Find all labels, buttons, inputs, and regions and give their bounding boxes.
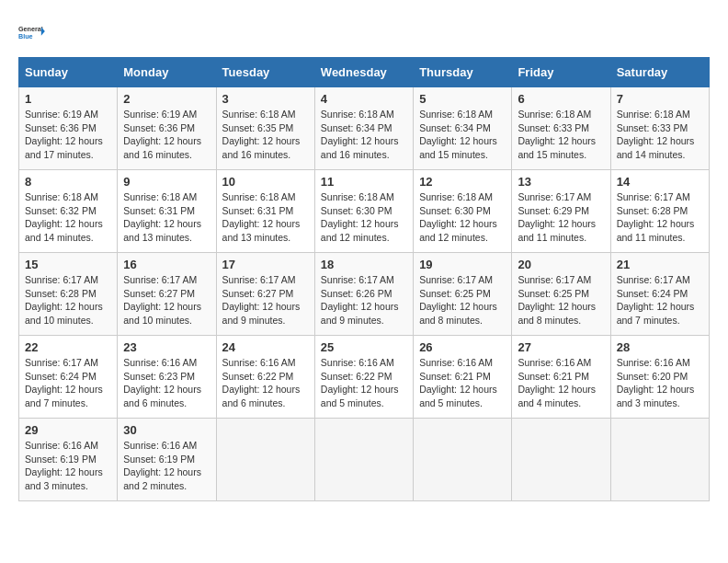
day-number: 19 bbox=[419, 258, 506, 271]
day-detail: Sunrise: 6:17 AMSunset: 6:24 PMDaylight:… bbox=[25, 357, 103, 408]
calendar-day-cell: 25 Sunrise: 6:16 AMSunset: 6:22 PMDaylig… bbox=[314, 336, 413, 419]
day-detail: Sunrise: 6:18 AMSunset: 6:31 PMDaylight:… bbox=[123, 191, 201, 243]
day-number: 24 bbox=[222, 340, 309, 354]
day-number: 26 bbox=[419, 340, 506, 354]
day-detail: Sunrise: 6:18 AMSunset: 6:34 PMDaylight:… bbox=[321, 109, 399, 160]
calendar-day-cell: 10 Sunrise: 6:18 AMSunset: 6:31 PMDaylig… bbox=[216, 170, 314, 253]
calendar-day-cell: 14 Sunrise: 6:17 AMSunset: 6:28 PMDaylig… bbox=[610, 170, 709, 253]
calendar-day-cell bbox=[314, 419, 413, 501]
calendar-day-cell: 17 Sunrise: 6:17 AMSunset: 6:27 PMDaylig… bbox=[216, 253, 314, 336]
calendar-day-cell: 27 Sunrise: 6:16 AMSunset: 6:21 PMDaylig… bbox=[512, 336, 610, 419]
day-number: 11 bbox=[321, 175, 407, 189]
logo: GeneralBlue bbox=[18, 18, 48, 48]
calendar-day-cell: 3 Sunrise: 6:18 AMSunset: 6:35 PMDayligh… bbox=[216, 87, 314, 170]
calendar-week-row: 29 Sunrise: 6:16 AMSunset: 6:19 PMDaylig… bbox=[19, 419, 710, 501]
calendar-day-cell: 16 Sunrise: 6:17 AMSunset: 6:27 PMDaylig… bbox=[118, 253, 216, 336]
day-number: 22 bbox=[25, 340, 111, 354]
calendar-day-cell: 8 Sunrise: 6:18 AMSunset: 6:32 PMDayligh… bbox=[19, 170, 118, 253]
day-number: 14 bbox=[617, 175, 703, 189]
day-number: 21 bbox=[617, 258, 703, 271]
day-detail: Sunrise: 6:17 AMSunset: 6:26 PMDaylight:… bbox=[321, 274, 399, 326]
day-number: 20 bbox=[518, 258, 604, 271]
day-detail: Sunrise: 6:17 AMSunset: 6:29 PMDaylight:… bbox=[518, 191, 596, 243]
day-detail: Sunrise: 6:16 AMSunset: 6:21 PMDaylight:… bbox=[518, 357, 596, 408]
day-number: 6 bbox=[518, 92, 604, 106]
header-cell-saturday: Saturday bbox=[610, 58, 709, 87]
day-detail: Sunrise: 6:17 AMSunset: 6:28 PMDaylight:… bbox=[25, 274, 103, 326]
day-detail: Sunrise: 6:18 AMSunset: 6:30 PMDaylight:… bbox=[321, 191, 399, 243]
calendar-day-cell: 11 Sunrise: 6:18 AMSunset: 6:30 PMDaylig… bbox=[314, 170, 413, 253]
calendar-day-cell: 4 Sunrise: 6:18 AMSunset: 6:34 PMDayligh… bbox=[314, 87, 413, 170]
day-detail: Sunrise: 6:16 AMSunset: 6:21 PMDaylight:… bbox=[419, 357, 497, 408]
calendar-week-row: 15 Sunrise: 6:17 AMSunset: 6:28 PMDaylig… bbox=[19, 253, 710, 336]
calendar-week-row: 22 Sunrise: 6:17 AMSunset: 6:24 PMDaylig… bbox=[19, 336, 710, 419]
day-detail: Sunrise: 6:16 AMSunset: 6:23 PMDaylight:… bbox=[123, 357, 201, 408]
day-detail: Sunrise: 6:19 AMSunset: 6:36 PMDaylight:… bbox=[25, 109, 103, 160]
calendar-day-cell: 2 Sunrise: 6:19 AMSunset: 6:36 PMDayligh… bbox=[118, 87, 216, 170]
calendar-day-cell: 6 Sunrise: 6:18 AMSunset: 6:33 PMDayligh… bbox=[512, 87, 610, 170]
day-number: 16 bbox=[123, 258, 210, 271]
logo-icon: GeneralBlue bbox=[18, 18, 48, 48]
header-cell-monday: Monday bbox=[118, 58, 216, 87]
day-detail: Sunrise: 6:17 AMSunset: 6:25 PMDaylight:… bbox=[419, 274, 497, 326]
day-number: 8 bbox=[25, 175, 111, 189]
calendar-day-cell: 18 Sunrise: 6:17 AMSunset: 6:26 PMDaylig… bbox=[314, 253, 413, 336]
day-detail: Sunrise: 6:17 AMSunset: 6:27 PMDaylight:… bbox=[222, 274, 301, 326]
calendar-day-cell: 12 Sunrise: 6:18 AMSunset: 6:30 PMDaylig… bbox=[414, 170, 512, 253]
calendar-day-cell bbox=[610, 419, 709, 501]
day-number: 25 bbox=[321, 340, 407, 354]
calendar-day-cell: 21 Sunrise: 6:17 AMSunset: 6:24 PMDaylig… bbox=[610, 253, 709, 336]
day-detail: Sunrise: 6:18 AMSunset: 6:30 PMDaylight:… bbox=[419, 191, 497, 243]
day-number: 12 bbox=[419, 175, 506, 189]
day-number: 1 bbox=[25, 92, 111, 106]
calendar-header-row: SundayMondayTuesdayWednesdayThursdayFrid… bbox=[19, 58, 710, 87]
day-detail: Sunrise: 6:19 AMSunset: 6:36 PMDaylight:… bbox=[123, 109, 201, 160]
header-cell-wednesday: Wednesday bbox=[314, 58, 413, 87]
header-cell-friday: Friday bbox=[512, 58, 610, 87]
day-number: 30 bbox=[123, 423, 210, 437]
calendar-week-row: 1 Sunrise: 6:19 AMSunset: 6:36 PMDayligh… bbox=[19, 87, 710, 170]
calendar-day-cell bbox=[512, 419, 610, 501]
day-number: 7 bbox=[617, 92, 703, 106]
day-detail: Sunrise: 6:17 AMSunset: 6:25 PMDaylight:… bbox=[518, 274, 596, 326]
day-detail: Sunrise: 6:18 AMSunset: 6:31 PMDaylight:… bbox=[222, 191, 301, 243]
calendar-day-cell: 30 Sunrise: 6:16 AMSunset: 6:19 PMDaylig… bbox=[118, 419, 216, 501]
calendar-day-cell: 29 Sunrise: 6:16 AMSunset: 6:19 PMDaylig… bbox=[19, 419, 118, 501]
calendar-day-cell: 23 Sunrise: 6:16 AMSunset: 6:23 PMDaylig… bbox=[118, 336, 216, 419]
day-number: 15 bbox=[25, 258, 111, 271]
day-detail: Sunrise: 6:18 AMSunset: 6:35 PMDaylight:… bbox=[222, 109, 301, 160]
day-number: 2 bbox=[123, 92, 210, 106]
calendar-day-cell: 7 Sunrise: 6:18 AMSunset: 6:33 PMDayligh… bbox=[610, 87, 709, 170]
calendar-day-cell bbox=[216, 419, 314, 501]
calendar-day-cell: 9 Sunrise: 6:18 AMSunset: 6:31 PMDayligh… bbox=[118, 170, 216, 253]
day-number: 13 bbox=[518, 175, 604, 189]
calendar-day-cell bbox=[414, 419, 512, 501]
calendar-day-cell: 19 Sunrise: 6:17 AMSunset: 6:25 PMDaylig… bbox=[414, 253, 512, 336]
calendar-day-cell: 26 Sunrise: 6:16 AMSunset: 6:21 PMDaylig… bbox=[414, 336, 512, 419]
day-detail: Sunrise: 6:17 AMSunset: 6:27 PMDaylight:… bbox=[123, 274, 201, 326]
calendar-day-cell: 13 Sunrise: 6:17 AMSunset: 6:29 PMDaylig… bbox=[512, 170, 610, 253]
day-number: 4 bbox=[321, 92, 407, 106]
day-number: 10 bbox=[222, 175, 309, 189]
calendar-day-cell: 20 Sunrise: 6:17 AMSunset: 6:25 PMDaylig… bbox=[512, 253, 610, 336]
day-detail: Sunrise: 6:16 AMSunset: 6:20 PMDaylight:… bbox=[617, 357, 695, 408]
svg-marker-2 bbox=[41, 27, 45, 36]
header-cell-tuesday: Tuesday bbox=[216, 58, 314, 87]
day-detail: Sunrise: 6:18 AMSunset: 6:33 PMDaylight:… bbox=[518, 109, 596, 160]
day-number: 28 bbox=[617, 340, 703, 354]
calendar-day-cell: 22 Sunrise: 6:17 AMSunset: 6:24 PMDaylig… bbox=[19, 336, 118, 419]
day-number: 9 bbox=[123, 175, 210, 189]
day-detail: Sunrise: 6:18 AMSunset: 6:33 PMDaylight:… bbox=[617, 109, 695, 160]
header-cell-sunday: Sunday bbox=[19, 58, 118, 87]
day-detail: Sunrise: 6:16 AMSunset: 6:22 PMDaylight:… bbox=[222, 357, 301, 408]
calendar-day-cell: 28 Sunrise: 6:16 AMSunset: 6:20 PMDaylig… bbox=[610, 336, 709, 419]
calendar-day-cell: 5 Sunrise: 6:18 AMSunset: 6:34 PMDayligh… bbox=[414, 87, 512, 170]
day-detail: Sunrise: 6:18 AMSunset: 6:32 PMDaylight:… bbox=[25, 191, 103, 243]
header-cell-thursday: Thursday bbox=[414, 58, 512, 87]
calendar-day-cell: 1 Sunrise: 6:19 AMSunset: 6:36 PMDayligh… bbox=[19, 87, 118, 170]
calendar-table: SundayMondayTuesdayWednesdayThursdayFrid… bbox=[18, 57, 710, 501]
day-number: 23 bbox=[123, 340, 210, 354]
calendar-day-cell: 24 Sunrise: 6:16 AMSunset: 6:22 PMDaylig… bbox=[216, 336, 314, 419]
header: GeneralBlue bbox=[18, 18, 710, 48]
day-number: 29 bbox=[25, 423, 111, 437]
